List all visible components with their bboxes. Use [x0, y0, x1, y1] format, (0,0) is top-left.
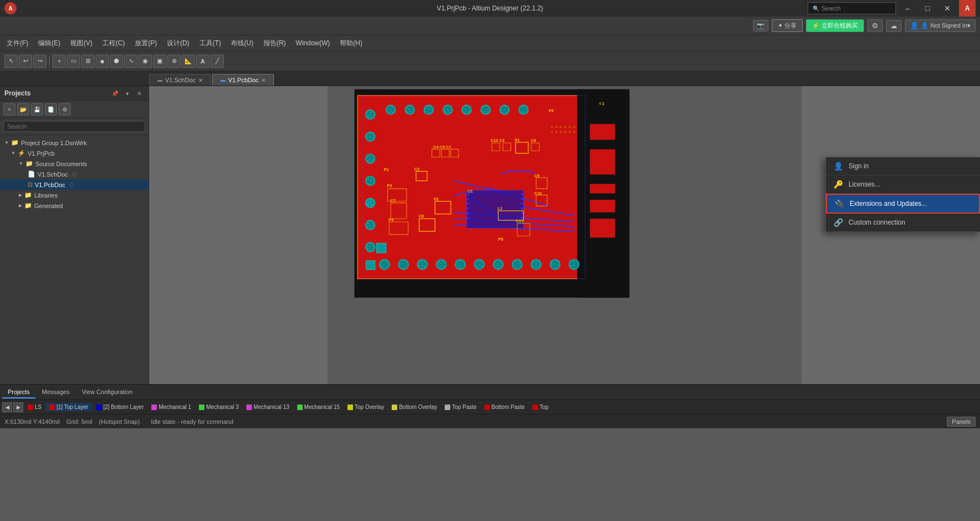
layer-mech15[interactable]: Mechanical 15	[294, 403, 343, 411]
layer-top-paste[interactable]: Top Paste	[441, 403, 480, 411]
svg-rect-48	[467, 203, 470, 205]
layer-top[interactable]: [1] Top Layer	[46, 403, 92, 411]
svg-point-34	[531, 259, 541, 269]
sidebar-open-btn[interactable]: 📂	[17, 103, 29, 115]
svg-text:t 1: t 1	[599, 101, 605, 106]
layer-ls[interactable]: LS	[24, 403, 45, 411]
tree-generated[interactable]: ▶ 📁 Generated	[0, 200, 149, 211]
layer-mech13[interactable]: Mechanical 13	[243, 403, 292, 411]
sidebar-tree: ▼ 📁 Project Group 1.DsnWrk ▼ ⚡ V1.PrjPcb…	[0, 135, 149, 384]
svg-point-29	[436, 259, 446, 269]
dropdown-item-custom[interactable]: 🔗 Custom connection	[826, 214, 980, 232]
close-button[interactable]: ✕	[939, 0, 956, 17]
buy-button[interactable]: ⚡ 立即在线购买	[806, 19, 864, 32]
sidebar-search	[0, 118, 149, 135]
svg-point-100	[551, 131, 554, 134]
bottom-tab-messages[interactable]: Messages	[36, 386, 75, 398]
dropdown-item-extensions[interactable]: 🔌 Extensions and Updates...	[826, 194, 980, 214]
tree-project[interactable]: ▼ ⚡ V1.PrjPcb	[0, 148, 149, 158]
minimize-button[interactable]: –	[899, 0, 916, 17]
sidebar-saveall-btn[interactable]: 📑	[45, 103, 57, 115]
grid-info: Grid: 5mil	[66, 418, 92, 425]
tb-box[interactable]: ▣	[153, 55, 166, 68]
layer-bottom-overlay[interactable]: Bottom Overlay	[388, 403, 440, 411]
tb-square[interactable]: ■	[96, 55, 109, 68]
menu-item-design[interactable]: 设计(D)	[162, 36, 194, 50]
svg-point-28	[417, 259, 427, 269]
layer-top-overlay[interactable]: Top Overlay	[344, 403, 387, 411]
tb-shape[interactable]: ⬟	[110, 55, 123, 68]
tb-circle[interactable]: ◉	[139, 55, 152, 68]
layer-prev-btn[interactable]: ◀	[2, 402, 12, 412]
menu-item-place[interactable]: 放置(P)	[130, 36, 161, 50]
svg-text:X2: X2	[434, 196, 439, 201]
tab-schdoc[interactable]: ▬ V1.SchDoc ✕	[149, 74, 211, 86]
tb-line[interactable]: ╱	[210, 55, 224, 68]
sidebar-collapse-btn[interactable]: ▾	[122, 88, 132, 98]
layer-top-last[interactable]: Top	[529, 403, 552, 411]
tb-rect[interactable]: ▭	[67, 55, 80, 68]
sidebar-search-input[interactable]	[3, 121, 145, 132]
bottom-tab-view-config[interactable]: View Configuration	[76, 386, 138, 398]
maximize-button[interactable]: □	[919, 0, 936, 17]
tb-undo[interactable]: ↩	[19, 55, 32, 68]
svg-text:C7: C7	[391, 198, 396, 203]
tree-project-group[interactable]: ▼ 📁 Project Group 1.DsnWrk	[0, 137, 149, 148]
layer-bottom[interactable]: [2] Bottom Layer	[93, 403, 147, 411]
layer-bottom-paste[interactable]: Bottom Paste	[481, 403, 528, 411]
sidebar-pin-btn[interactable]: 📌	[110, 88, 120, 98]
svg-rect-50	[467, 212, 470, 214]
camera-icon[interactable]: 📷	[753, 20, 768, 31]
tb-redo[interactable]: ↪	[33, 55, 46, 68]
svg-point-31	[474, 259, 484, 269]
pcb-canvas[interactable]: P1 P2 C4 C5 C1 C12 C2 X1 C6 C3 P3 C9 C10…	[149, 86, 980, 384]
menu-item-project[interactable]: 工程(C)	[98, 36, 129, 50]
tree-source-docs[interactable]: ▼ 📁 Source Documents	[0, 158, 149, 169]
title-search-box[interactable]: 🔍 Search	[808, 2, 896, 14]
svg-point-26	[380, 259, 389, 269]
tree-pcbdoc[interactable]: ⊡ V1.PcbDoc ⬡	[0, 179, 149, 190]
panels-button[interactable]: Panels	[947, 417, 976, 427]
svg-point-33	[512, 259, 522, 269]
tb-zoom[interactable]: ⊗	[167, 55, 181, 68]
layer-next-btn[interactable]: ▶	[13, 402, 23, 412]
account-button[interactable]: 👤 👤 Not Signed In▾	[905, 19, 976, 32]
menu-item-tools[interactable]: 工具(T)	[195, 36, 225, 50]
menu-item-report[interactable]: 报告(R)	[259, 36, 291, 50]
tree-schdoc[interactable]: 📄 V1.SchDoc ⬡	[0, 169, 149, 179]
dropdown-item-licenses[interactable]: 🔑 Licenses...	[826, 176, 980, 194]
sidebar-save-btn[interactable]: 💾	[31, 103, 43, 115]
bottom-tab-projects[interactable]: Projects	[2, 386, 35, 398]
layer-mech3[interactable]: Mechanical 3	[196, 403, 242, 411]
settings-button[interactable]: ⚙	[867, 19, 883, 32]
dropdown-item-signin[interactable]: 👤 Sign in	[826, 157, 980, 176]
tab-pcbdoc[interactable]: ▬ V1.PcbDoc ✕	[212, 74, 274, 86]
tb-measure[interactable]: 📐	[182, 55, 195, 68]
menu-item-route[interactable]: 布线(U)	[226, 36, 258, 50]
tb-wave[interactable]: ∿	[124, 55, 138, 68]
tab-pcbdoc-close[interactable]: ✕	[261, 77, 266, 83]
menu-item-file[interactable]: 文件(F)	[2, 36, 33, 50]
sidebar-close-btn[interactable]: ✕	[134, 88, 144, 98]
layer-mech1[interactable]: Mechanical 1	[148, 403, 194, 411]
tb-grid[interactable]: ⊞	[81, 55, 94, 68]
share-button[interactable]: ✦ 分享	[772, 19, 803, 32]
sidebar-new-btn[interactable]: +	[3, 103, 15, 115]
sidebar-header: Projects 📌 ▾ ✕	[0, 86, 149, 101]
svg-rect-54	[521, 203, 524, 205]
tab-schdoc-close[interactable]: ✕	[198, 77, 203, 83]
sidebar-settings-btn[interactable]: ⚙	[59, 103, 71, 115]
menu-item-window[interactable]: Window(W)	[291, 37, 334, 49]
menu-item-view[interactable]: 视图(V)	[66, 36, 97, 50]
menu-item-edit[interactable]: 编辑(E)	[34, 36, 65, 50]
svg-text:C3: C3	[414, 167, 420, 172]
svg-rect-47	[467, 198, 470, 200]
custom-icon: 🔗	[834, 218, 843, 227]
cloud-button[interactable]: ☁	[886, 20, 902, 32]
menu-item-help[interactable]: 帮助(H)	[335, 36, 367, 50]
tb-text[interactable]: A	[196, 55, 209, 68]
tree-libraries[interactable]: ▶ 📁 Libraries	[0, 190, 149, 200]
svg-text:C8: C8	[419, 214, 424, 219]
tb-add[interactable]: ＋	[52, 55, 66, 68]
tb-select[interactable]: ↖	[4, 55, 18, 68]
